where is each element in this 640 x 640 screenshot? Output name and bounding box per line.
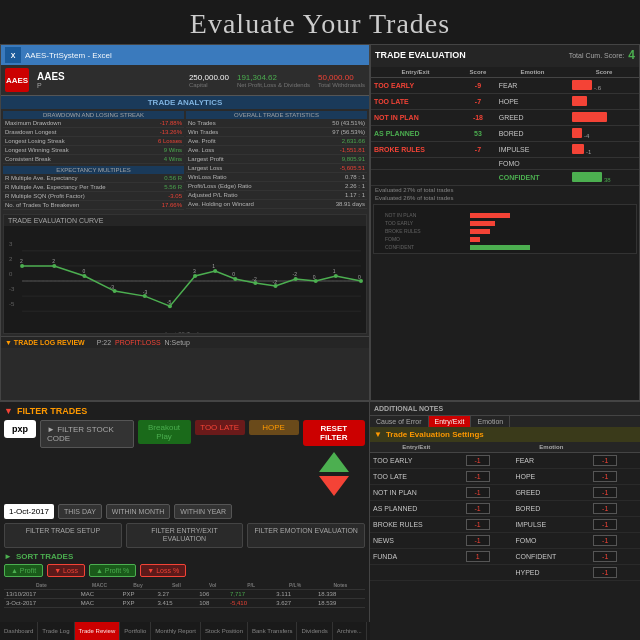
tab-trade-review[interactable]: Trade Review (75, 622, 121, 640)
triangle-down-icon (319, 476, 349, 496)
within-month-button[interactable]: WITHIN MONTH (106, 504, 171, 519)
sort-profit-pct-button[interactable]: ▲ Profit % (89, 564, 136, 577)
eval-table: Entry/Exit Score Emotion Score TOO EARLY… (371, 67, 639, 186)
score2-input[interactable] (590, 517, 640, 533)
score-cell: 53 (460, 126, 496, 142)
entry-exit-cell: AS PLANNED (371, 126, 460, 142)
this-day-button[interactable]: THIS DAY (58, 504, 102, 519)
net-pnl-value: 191,304.62 (237, 73, 310, 82)
tab-stock-position[interactable]: Stock Position (201, 622, 248, 640)
emotion-score-cell (569, 110, 639, 126)
within-year-button[interactable]: WITHIN YEAR (174, 504, 232, 519)
data-row: WinLoss Ratio 0.78 : 1 (186, 173, 367, 182)
app-name: AAES-TrtSystem - Excel (25, 51, 112, 60)
tab-archive[interactable]: Archive... (333, 622, 367, 640)
svg-point-11 (20, 264, 24, 268)
withdrawals-group: 50,000.00 Total Withdrawals (318, 73, 365, 88)
settings-row: TOO EARLY FEAR (370, 453, 640, 469)
score2-input[interactable] (590, 485, 640, 501)
score2-input[interactable] (590, 549, 640, 565)
score-bar (572, 144, 584, 154)
filter-trade-setup[interactable]: FILTER TRADE SETUP (4, 523, 122, 548)
date-row: 1-Oct-2017 THIS DAY WITHIN MONTH WITHIN … (4, 504, 365, 519)
tag-hope[interactable]: HOPE (249, 420, 299, 435)
score1-input[interactable] (463, 517, 513, 533)
entry-exit-label: TOO EARLY (370, 453, 463, 469)
evaluated-text-2: Evaluated 26% of total trades (371, 194, 639, 202)
entry-exit-cell (371, 170, 460, 186)
sort-header: ► SORT TRADES (4, 552, 365, 561)
capital-group: 250,000.00 Capital (189, 73, 229, 88)
svg-point-13 (82, 274, 86, 278)
score1-input[interactable] (463, 501, 513, 517)
data-row: R Multiple SQN (Profit Factor) -3.05 (3, 192, 184, 201)
svg-text:FOMO: FOMO (385, 236, 400, 242)
score-cell: -9 (460, 78, 496, 94)
svg-text:0: 0 (232, 271, 235, 277)
account-name: AAES (37, 71, 181, 82)
tab-dividends[interactable]: Dividends (297, 622, 332, 640)
date-input[interactable]: 1-Oct-2017 (4, 504, 54, 519)
score1-input[interactable] (463, 485, 513, 501)
score1-input[interactable] (463, 453, 513, 469)
stock-code-display[interactable]: pxp (4, 420, 36, 438)
emotion-cell: FEAR (496, 78, 569, 94)
emotion-cell: HOPE (496, 94, 569, 110)
filter-row-1: pxp ► FILTER STOCK CODE Breakout Play TO… (4, 420, 365, 500)
sort-loss-desc-button[interactable]: ▼ Loss (47, 564, 85, 577)
score2-input[interactable] (590, 565, 640, 581)
bottom-overlay: ▼ FILTER TRADES pxp ► FILTER STOCK CODE … (0, 400, 640, 640)
account-logo: AAES (5, 68, 29, 92)
score2-input[interactable] (590, 501, 640, 517)
tab-monthly-report[interactable]: Monthly Report (151, 622, 201, 640)
account-numbers: 250,000.00 Capital 191,304.62 Net Profit… (189, 73, 365, 88)
emotion-cell: CONFIDENT (496, 170, 569, 186)
analytics-content: DRAWDOWN AND LOSING STREAK Maximum Drawd… (1, 109, 369, 212)
svg-text:TOO EARLY: TOO EARLY (385, 220, 414, 226)
tab-bank-transfers[interactable]: Bank Transfers (248, 622, 297, 640)
entry-exit-label (370, 565, 463, 581)
emotion-score-cell: -1 (569, 142, 639, 158)
data-row: Longest Winning Streak 9 Wins (3, 146, 184, 155)
chart-xlabel: Last 20 Trades (4, 330, 366, 334)
tab-emotion[interactable]: Emotion (471, 416, 510, 427)
data-row: Largest Loss -5,605.51 (186, 164, 367, 173)
reset-filter-button[interactable]: RESET FILTER (303, 420, 365, 446)
svg-point-19 (233, 277, 237, 281)
table-row: NOT IN PLAN -18 GREED (371, 110, 639, 126)
score2-input[interactable] (590, 533, 640, 549)
tab-entry-exit[interactable]: Entry/Exit (429, 416, 472, 427)
entry-exit-cell (371, 158, 460, 170)
tab-trade-log[interactable]: Trade Log (38, 622, 74, 640)
emotion-score-cell: -.6 (569, 78, 639, 94)
app-header: X AAES-TrtSystem - Excel (1, 45, 369, 65)
table-row: FOMO (371, 158, 639, 170)
emotion-score-cell (569, 94, 639, 110)
score2-input[interactable] (590, 453, 640, 469)
sort-loss-pct-button[interactable]: ▼ Loss % (140, 564, 186, 577)
tab-portfolio[interactable]: Portfolio (120, 622, 151, 640)
filter-stock-button[interactable]: ► FILTER STOCK CODE (40, 420, 134, 448)
trade-data-table: Date MACC Buy Sell Vol P/L P/L% Notes 13… (4, 581, 365, 608)
tag-breakout[interactable]: Breakout Play (138, 420, 191, 444)
svg-text:2: 2 (20, 258, 23, 264)
table-row: 13/10/2017 MAC PXP 3.27 106 7,717 3.111 … (4, 589, 365, 598)
col-entry-exit-header: Entry/Exit (370, 442, 463, 453)
score1-input[interactable] (463, 533, 513, 549)
mini-chart-svg: NOT IN PLAN TOO EARLY BROKE RULES FOMO C… (374, 207, 636, 252)
score1-input[interactable] (463, 469, 513, 485)
tag-too-late[interactable]: TOO LATE (195, 420, 245, 435)
emotion-label: BORED (512, 501, 590, 517)
score1-input[interactable] (463, 549, 513, 565)
table-row: AS PLANNED 53 BORED -4 (371, 126, 639, 142)
filter-sub-row: FILTER TRADE SETUP FILTER ENTRY/EXIT EVA… (4, 523, 365, 548)
tab-cause-of-error[interactable]: Cause of Error (370, 416, 429, 427)
svg-text:0: 0 (313, 274, 316, 280)
filter-entry-exit[interactable]: FILTER ENTRY/EXIT EVALUATION (126, 523, 244, 548)
data-row: R Multiple Ave. Expectancy 0.56 R (3, 174, 184, 183)
table-row: BROKE RULES -7 IMPULSE -1 (371, 142, 639, 158)
tab-dashboard[interactable]: Dashboard (0, 622, 38, 640)
score2-input[interactable] (590, 469, 640, 485)
filter-emotion[interactable]: FILTER EMOTION EVALUATION (247, 523, 365, 548)
sort-profit-asc-button[interactable]: ▲ Profit (4, 564, 43, 577)
